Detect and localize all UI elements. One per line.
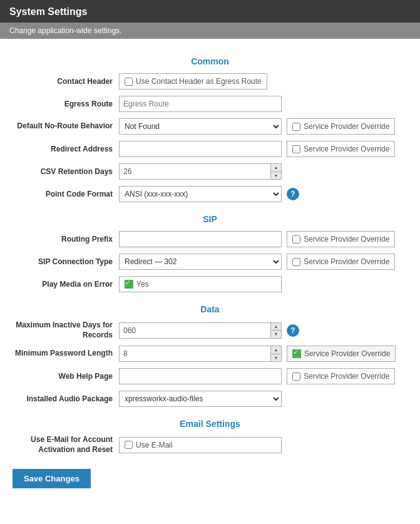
use-email-checkbox[interactable]: [125, 441, 133, 449]
min-password-override[interactable]: ✓ Service Provider Override: [287, 346, 396, 362]
min-password-override-label: Service Provider Override: [304, 349, 390, 358]
web-help-row: Web Help Page Service Provider Override: [13, 367, 407, 385]
redirect-address-label: Redirect Address: [51, 145, 113, 153]
min-password-input[interactable]: [120, 346, 270, 361]
default-no-route-override-label: Service Provider Override: [304, 122, 389, 131]
max-inactive-row: Maximum Inactive Days for Records ▲ ▼ ?: [13, 321, 407, 340]
page-header: System Settings Change application-wide …: [0, 0, 420, 39]
play-media-row: Play Media on Error ✓ Yes: [13, 275, 407, 293]
contact-header-checkbox-label[interactable]: Use Contact Header as Egress Route: [119, 73, 267, 90]
web-help-input[interactable]: [119, 368, 282, 384]
point-code-help-icon[interactable]: ?: [287, 188, 299, 200]
redirect-address-override-label: Service Provider Override: [304, 145, 389, 153]
use-email-label: Use E-Mail for Account Activation and Re…: [31, 435, 113, 454]
use-email-row: Use E-Mail for Account Activation and Re…: [13, 435, 407, 455]
sip-connection-select[interactable]: Redirect — 302 Direct Proxy: [119, 254, 282, 270]
web-help-override[interactable]: Service Provider Override: [287, 368, 395, 384]
play-media-checkbox-text: Yes: [136, 280, 149, 289]
csv-retention-down[interactable]: ▼: [271, 172, 281, 180]
sip-connection-override-label: Service Provider Override: [304, 257, 389, 266]
csv-retention-spinner: ▲ ▼: [119, 163, 282, 180]
section-email: Email Settings Use E-Mail for Account Ac…: [13, 419, 407, 455]
save-button[interactable]: Save Changes: [13, 469, 91, 488]
default-no-route-override-checkbox[interactable]: [292, 123, 300, 131]
redirect-address-override-checkbox[interactable]: [292, 145, 300, 153]
csv-retention-spinner-buttons: ▲ ▼: [270, 164, 281, 179]
sip-connection-override[interactable]: Service Provider Override: [287, 254, 395, 270]
web-help-label: Web Help Page: [59, 372, 113, 381]
section-sip-title: SIP: [203, 214, 217, 224]
page-title: System Settings: [9, 6, 411, 18]
max-inactive-down[interactable]: ▼: [271, 331, 281, 338]
audio-package-label: Installed Audio Package: [26, 394, 113, 403]
max-inactive-spinner-buttons: ▲ ▼: [270, 323, 281, 338]
egress-route-input[interactable]: [119, 96, 282, 112]
csv-retention-label: CSV Retention Days: [41, 167, 113, 176]
csv-retention-row: CSV Retention Days ▲ ▼: [13, 163, 407, 180]
sip-connection-override-checkbox[interactable]: [292, 258, 300, 266]
default-no-route-label: Default No-Route Behavior: [17, 121, 113, 130]
csv-retention-input[interactable]: [120, 164, 270, 179]
audio-package-row: Installed Audio Package xpressworkx-audi…: [13, 390, 407, 408]
egress-route-row: Egress Route: [13, 95, 407, 113]
min-password-row: Minimum Password Length ▲ ▼ ✓ Service Pr…: [13, 345, 407, 362]
default-no-route-row: Default No-Route Behavior Not Found Redi…: [13, 118, 407, 135]
min-password-spinner-buttons: ▲ ▼: [270, 346, 281, 361]
section-email-title: Email Settings: [180, 419, 240, 429]
contact-header-checkbox[interactable]: [125, 78, 133, 86]
routing-prefix-override-label: Service Provider Override: [304, 235, 389, 244]
max-inactive-help-icon[interactable]: ?: [287, 324, 299, 337]
routing-prefix-row: Routing Prefix Service Provider Override: [13, 230, 407, 248]
max-inactive-spinner: ▲ ▼: [119, 322, 282, 339]
section-data: Data Maximum Inactive Days for Records ▲…: [13, 304, 407, 408]
redirect-address-override[interactable]: Service Provider Override: [287, 141, 395, 157]
contact-header-label: Contact Header: [57, 77, 113, 86]
play-media-checked-icon: ✓: [125, 280, 133, 289]
section-sip: SIP Routing Prefix Service Provider Over…: [13, 214, 407, 293]
play-media-label: Play Media on Error: [42, 280, 113, 289]
section-common-title: Common: [191, 56, 229, 66]
egress-route-label: Egress Route: [64, 100, 113, 108]
contact-header-checkbox-text: Use Contact Header as Egress Route: [136, 77, 262, 86]
min-password-label: Minimum Password Length: [15, 349, 113, 357]
routing-prefix-input[interactable]: [119, 231, 282, 247]
max-inactive-input[interactable]: [120, 323, 270, 338]
redirect-address-row: Redirect Address Service Provider Overri…: [13, 140, 407, 158]
max-inactive-up[interactable]: ▲: [271, 323, 281, 331]
max-inactive-label: Maximum Inactive Days for Records: [16, 321, 113, 339]
min-password-spinner: ▲ ▼: [119, 346, 282, 362]
min-password-override-checked-icon: ✓: [292, 349, 301, 358]
sip-connection-label: SIP Connection Type: [38, 257, 113, 266]
section-common: Common Contact Header Use Contact Header…: [13, 56, 407, 203]
min-password-down[interactable]: ▼: [271, 354, 281, 362]
page-subtitle: Change application-wide settings.: [9, 26, 121, 35]
default-no-route-override[interactable]: Service Provider Override: [287, 118, 395, 135]
audio-package-select[interactable]: xpressworkx-audio-files default: [119, 391, 282, 407]
web-help-override-label: Service Provider Override: [304, 372, 389, 381]
min-password-up[interactable]: ▲: [271, 346, 281, 354]
redirect-address-input[interactable]: [119, 141, 282, 157]
section-data-title: Data: [200, 304, 219, 314]
web-help-override-checkbox[interactable]: [292, 372, 300, 381]
point-code-label: Point Code Format: [46, 190, 113, 198]
use-email-checkbox-label[interactable]: Use E-Mail: [119, 437, 282, 453]
csv-retention-up[interactable]: ▲: [271, 164, 281, 172]
use-email-checkbox-text: Use E-Mail: [136, 441, 173, 450]
point-code-select[interactable]: ANSI (xxx-xxx-xxx) ITU (x-xxx-x) None: [119, 186, 282, 202]
default-no-route-select[interactable]: Not Found Redirect 302 Busy Not Availabl…: [119, 118, 282, 135]
routing-prefix-override[interactable]: Service Provider Override: [287, 231, 395, 247]
point-code-row: Point Code Format ANSI (xxx-xxx-xxx) ITU…: [13, 185, 407, 203]
sip-connection-row: SIP Connection Type Redirect — 302 Direc…: [13, 253, 407, 270]
routing-prefix-label: Routing Prefix: [61, 235, 113, 244]
play-media-checkbox-label[interactable]: ✓ Yes: [119, 276, 282, 292]
contact-header-row: Contact Header Use Contact Header as Egr…: [13, 73, 407, 90]
routing-prefix-override-checkbox[interactable]: [292, 235, 300, 244]
